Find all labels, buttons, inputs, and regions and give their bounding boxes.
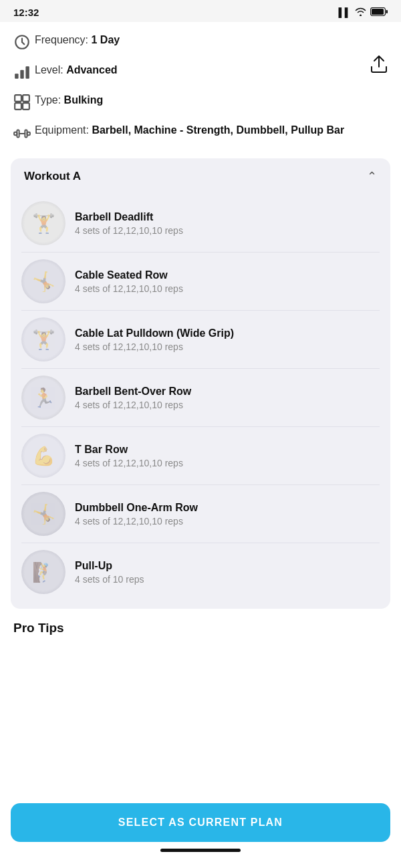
exercise-avatar: 💪 xyxy=(21,434,65,478)
exercise-sets: 4 sets of 12,12,10,10 reps xyxy=(75,225,380,236)
equipment-row: Equipment: Barbell, Machine - Strength, … xyxy=(13,123,388,145)
exercise-info: Cable Lat Pulldown (Wide Grip) 4 sets of… xyxy=(75,327,380,352)
exercise-name: Barbell Bent-Over Row xyxy=(75,386,380,398)
exercise-item[interactable]: 🧗 Pull-Up 4 sets of 10 reps xyxy=(21,543,380,601)
exercise-figure-icon: 💪 xyxy=(32,445,55,467)
exercise-figure-icon: 🏋 xyxy=(32,212,55,235)
level-row: Level: Advanced xyxy=(13,63,388,84)
exercise-avatar: 🧗 xyxy=(21,550,65,594)
svg-rect-9 xyxy=(15,103,21,110)
exercise-sets: 4 sets of 12,12,10,10 reps xyxy=(75,283,380,294)
exercise-item[interactable]: 🏃 Barbell Bent-Over Row 4 sets of 12,12,… xyxy=(21,369,380,427)
workout-title: Workout A xyxy=(24,170,81,183)
exercise-item[interactable]: 💪 T Bar Row 4 sets of 12,12,10,10 reps xyxy=(21,427,380,485)
exercise-figure-icon: 🧗 xyxy=(32,561,55,583)
exercise-sets: 4 sets of 10 reps xyxy=(75,574,380,585)
exercise-item[interactable]: 🏋 Barbell Deadlift 4 sets of 12,12,10,10… xyxy=(21,194,380,253)
bottom-cta: SELECT AS CURRENT PLAN xyxy=(0,797,401,868)
select-plan-button[interactable]: SELECT AS CURRENT PLAN xyxy=(11,803,390,842)
exercise-item[interactable]: 🤸 Cable Seated Row 4 sets of 12,12,10,10… xyxy=(21,253,380,311)
pro-tips-title: Pro Tips xyxy=(13,621,388,635)
exercise-sets: 4 sets of 12,12,10,10 reps xyxy=(75,400,380,410)
svg-rect-4 xyxy=(15,74,18,79)
exercise-avatar: 🏋 xyxy=(21,317,65,361)
pro-tips-section: Pro Tips xyxy=(0,609,401,642)
svg-rect-5 xyxy=(20,70,23,79)
exercise-list: 🏋 Barbell Deadlift 4 sets of 12,12,10,10… xyxy=(11,194,390,609)
battery-icon xyxy=(370,7,388,18)
exercise-avatar: 🤸 xyxy=(21,492,65,536)
exercise-name: Cable Seated Row xyxy=(75,269,380,281)
exercise-info: T Bar Row 4 sets of 12,12,10,10 reps xyxy=(75,444,380,468)
equipment-icon xyxy=(13,125,35,145)
exercise-item[interactable]: 🏋 Cable Lat Pulldown (Wide Grip) 4 sets … xyxy=(21,311,380,369)
exercise-info: Barbell Deadlift 4 sets of 12,12,10,10 r… xyxy=(75,211,380,236)
exercise-name: Pull-Up xyxy=(75,560,380,572)
type-text: Type: Bulking xyxy=(35,93,103,108)
exercise-figure-icon: 🤸 xyxy=(32,271,55,293)
exercise-name: Cable Lat Pulldown (Wide Grip) xyxy=(75,327,380,339)
signal-icon: ▌▌ xyxy=(339,7,351,17)
exercise-avatar: 🏃 xyxy=(21,376,65,420)
share-button[interactable] xyxy=(370,55,388,76)
bar-chart-icon xyxy=(13,63,35,84)
svg-rect-2 xyxy=(372,9,384,15)
wifi-icon xyxy=(355,7,366,18)
info-section: Frequency: 1 Day Level: Advanced Type xyxy=(0,22,401,145)
exercise-info: Dumbbell One-Arm Row 4 sets of 12,12,10,… xyxy=(75,502,380,527)
exercise-info: Pull-Up 4 sets of 10 reps xyxy=(75,560,380,585)
svg-rect-7 xyxy=(15,95,21,102)
grid-icon xyxy=(13,94,35,114)
home-indicator xyxy=(160,849,241,852)
exercise-info: Cable Seated Row 4 sets of 12,12,10,10 r… xyxy=(75,269,380,294)
type-row: Type: Bulking xyxy=(13,93,388,114)
exercise-name: Barbell Deadlift xyxy=(75,211,380,223)
workout-section: Workout A ⌃ 🏋 Barbell Deadlift 4 sets of… xyxy=(11,158,390,609)
workout-header[interactable]: Workout A ⌃ xyxy=(11,158,390,194)
svg-rect-6 xyxy=(25,66,29,78)
status-icons: ▌▌ xyxy=(339,7,388,18)
exercise-avatar: 🤸 xyxy=(21,259,65,303)
status-time: 12:32 xyxy=(13,7,39,18)
chevron-up-icon: ⌃ xyxy=(367,169,377,184)
level-text: Level: Advanced xyxy=(35,63,118,78)
exercise-info: Barbell Bent-Over Row 4 sets of 12,12,10… xyxy=(75,386,380,410)
svg-rect-1 xyxy=(386,10,388,13)
exercise-sets: 4 sets of 12,12,10,10 reps xyxy=(75,341,380,352)
svg-rect-10 xyxy=(23,103,29,110)
exercise-avatar: 🏋 xyxy=(21,201,65,245)
svg-rect-8 xyxy=(23,95,29,102)
exercise-item[interactable]: 🤸 Dumbbell One-Arm Row 4 sets of 12,12,1… xyxy=(21,485,380,543)
exercise-sets: 4 sets of 12,12,10,10 reps xyxy=(75,458,380,468)
exercise-name: Dumbbell One-Arm Row xyxy=(75,502,380,514)
exercise-figure-icon: 🏋 xyxy=(32,329,55,351)
frequency-row: Frequency: 1 Day xyxy=(13,33,388,53)
frequency-text: Frequency: 1 Day xyxy=(35,33,120,47)
status-bar: 12:32 ▌▌ xyxy=(0,0,401,22)
exercise-sets: 4 sets of 12,12,10,10 reps xyxy=(75,516,380,527)
exercise-name: T Bar Row xyxy=(75,444,380,456)
equipment-text: Equipment: Barbell, Machine - Strength, … xyxy=(35,123,344,138)
clock-icon xyxy=(13,33,35,53)
exercise-figure-icon: 🤸 xyxy=(32,503,55,525)
exercise-figure-icon: 🏃 xyxy=(32,387,55,409)
